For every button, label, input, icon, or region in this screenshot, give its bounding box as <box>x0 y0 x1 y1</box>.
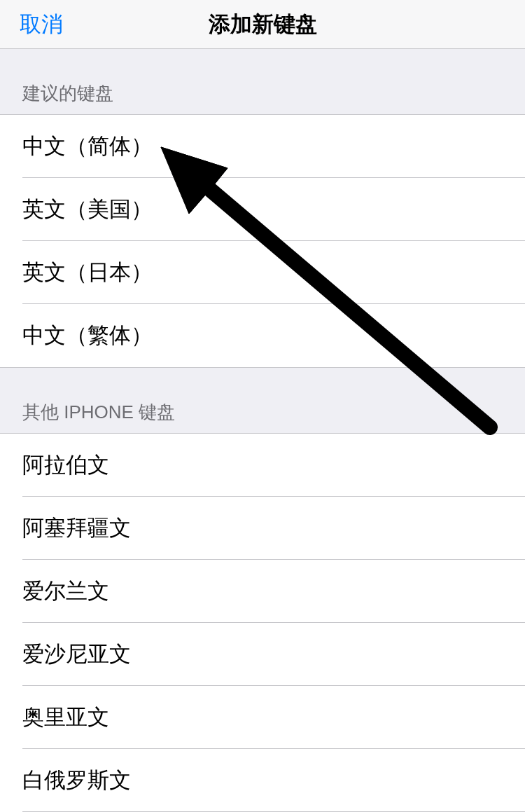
suggested-keyboards-list: 中文（简体） 英文（美国） 英文（日本） 中文（繁体） <box>0 114 525 368</box>
list-item[interactable]: 白俄罗斯文 <box>0 749 525 812</box>
list-item[interactable]: 中文（简体） <box>0 115 525 178</box>
list-item[interactable]: 爱尔兰文 <box>0 560 525 623</box>
list-item[interactable]: 英文（日本） <box>0 241 525 304</box>
list-item[interactable]: 奥里亚文 <box>0 686 525 749</box>
other-keyboards-list: 阿拉伯文 阿塞拜疆文 爱尔兰文 爱沙尼亚文 奥里亚文 白俄罗斯文 保加利亚文 <box>0 433 525 812</box>
section-header-other: 其他 IPHONE 键盘 <box>0 368 525 433</box>
list-item[interactable]: 阿塞拜疆文 <box>0 497 525 560</box>
section-header-suggested: 建议的键盘 <box>0 49 525 114</box>
list-item[interactable]: 阿拉伯文 <box>0 434 525 497</box>
navigation-bar: 取消 添加新键盘 <box>0 0 525 49</box>
list-item[interactable]: 英文（美国） <box>0 178 525 241</box>
list-item[interactable]: 爱沙尼亚文 <box>0 623 525 686</box>
list-item[interactable]: 中文（繁体） <box>0 304 525 367</box>
cancel-button[interactable]: 取消 <box>20 10 63 39</box>
page-title: 添加新键盘 <box>209 10 317 39</box>
